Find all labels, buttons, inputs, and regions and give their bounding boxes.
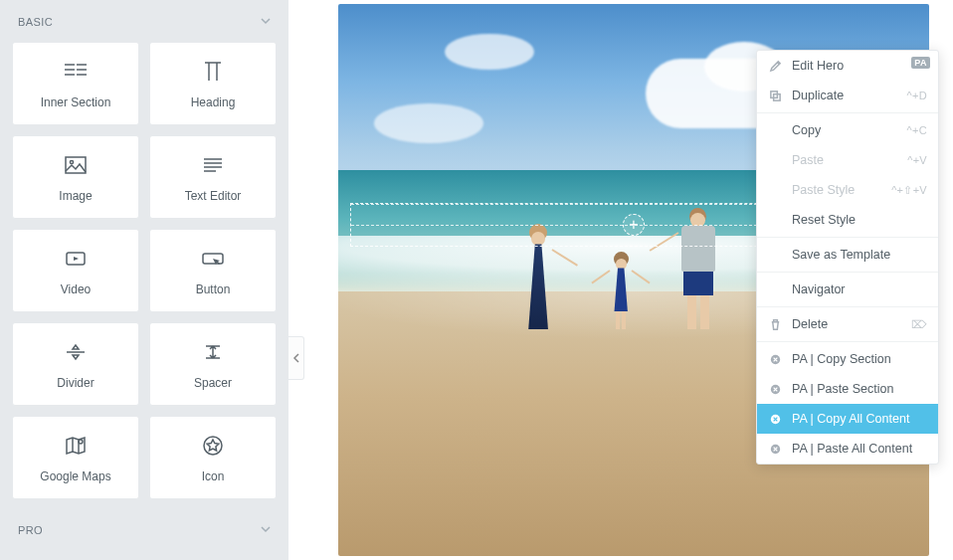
- ctx-save-as-template[interactable]: Save as Template: [757, 240, 938, 270]
- svg-point-1: [70, 160, 73, 163]
- google-maps-icon: [62, 432, 90, 460]
- pa-icon: [768, 413, 782, 426]
- pa-icon: [768, 353, 782, 366]
- ctx-label: Edit Hero: [792, 59, 844, 73]
- basic-section-header[interactable]: BASIC: [10, 12, 279, 42]
- ctx-pa-paste-section[interactable]: PA | Paste Section: [757, 374, 938, 404]
- pa-icon: [768, 443, 782, 456]
- video-icon: [62, 245, 90, 273]
- widget-label: Icon: [202, 469, 225, 483]
- widget-spacer[interactable]: Spacer: [149, 322, 277, 406]
- chevron-down-icon: [261, 524, 271, 536]
- panel-collapse-handle[interactable]: [288, 336, 304, 380]
- inner-section-icon: [62, 58, 90, 86]
- button-icon: [199, 245, 227, 273]
- widget-label: Image: [59, 189, 92, 203]
- ctx-pa-copy-section[interactable]: PA | Copy Section: [757, 344, 938, 374]
- elements-panel: BASIC Inner Section Heading: [0, 0, 288, 560]
- ctx-shortcut: ^+⇧+V: [891, 184, 927, 197]
- ctx-shortcut: ^+V: [907, 154, 927, 166]
- ctx-label: Navigator: [792, 282, 846, 296]
- ctx-label: PA | Paste Section: [792, 382, 893, 396]
- widget-inner-section[interactable]: Inner Section: [12, 42, 139, 125]
- ctx-pa-paste-all-content[interactable]: PA | Paste All Content: [757, 434, 938, 464]
- image-icon: [62, 151, 90, 179]
- ctx-navigator[interactable]: Navigator: [757, 275, 938, 304]
- ctx-label: Save as Template: [792, 248, 890, 262]
- pro-section: PRO: [0, 520, 288, 560]
- widget-icon[interactable]: Icon: [149, 416, 277, 499]
- ctx-label: Paste Style: [792, 183, 855, 197]
- figure-child: [613, 259, 629, 329]
- context-menu: Edit Hero PA Duplicate ^+D Copy ^+C Past…: [756, 50, 939, 465]
- svg-point-4: [79, 440, 83, 444]
- ctx-edit-hero[interactable]: Edit Hero PA: [757, 51, 938, 81]
- basic-section: BASIC Inner Section Heading: [0, 0, 288, 509]
- ctx-label: Paste: [792, 153, 824, 167]
- ctx-label: PA | Copy Section: [792, 352, 891, 366]
- widget-label: Text Editor: [185, 189, 242, 203]
- ctx-paste-style: Paste Style ^+⇧+V: [757, 175, 938, 205]
- widget-label: Spacer: [194, 376, 232, 390]
- widget-label: Video: [61, 282, 91, 296]
- add-element-handle[interactable]: +: [623, 214, 645, 236]
- pro-section-title: PRO: [18, 524, 43, 536]
- ctx-label: Duplicate: [792, 89, 844, 102]
- ctx-paste: Paste ^+V: [757, 145, 938, 175]
- pro-section-header[interactable]: PRO: [10, 520, 279, 550]
- ctx-shortcut: ^+D: [907, 90, 927, 101]
- ctx-label: Delete: [792, 317, 828, 331]
- widget-label: Heading: [191, 95, 236, 109]
- icon-icon: [199, 432, 227, 460]
- ctx-delete[interactable]: Delete ⌦: [757, 309, 938, 339]
- widget-divider[interactable]: Divider: [12, 322, 139, 406]
- widget-image[interactable]: Image: [12, 135, 139, 219]
- widget-heading[interactable]: Heading: [149, 42, 277, 125]
- widget-label: Button: [196, 282, 231, 296]
- ctx-shortcut: ⌦: [911, 318, 927, 331]
- widget-button[interactable]: Button: [149, 229, 277, 312]
- trash-icon: [768, 318, 782, 331]
- chevron-down-icon: [261, 16, 271, 28]
- ctx-label: PA | Paste All Content: [792, 442, 912, 456]
- widget-label: Inner Section: [41, 95, 111, 109]
- ctx-pa-copy-all-content[interactable]: PA | Copy All Content: [757, 404, 938, 434]
- heading-icon: [199, 58, 227, 86]
- widget-label: Divider: [57, 376, 94, 390]
- ctx-label: Reset Style: [792, 213, 856, 227]
- svg-rect-0: [66, 157, 86, 173]
- ctx-label: Copy: [792, 123, 821, 137]
- widget-video[interactable]: Video: [12, 229, 139, 312]
- pencil-icon: [768, 60, 782, 73]
- copy-icon: [768, 90, 782, 102]
- ctx-copy[interactable]: Copy ^+C: [757, 115, 938, 145]
- ctx-shortcut: ^+C: [907, 124, 927, 136]
- widget-text-editor[interactable]: Text Editor: [149, 135, 277, 219]
- basic-section-title: BASIC: [18, 16, 53, 28]
- spacer-icon: [199, 338, 227, 366]
- text-editor-icon: [199, 151, 227, 179]
- widget-google-maps[interactable]: Google Maps: [12, 416, 139, 499]
- ctx-label: PA | Copy All Content: [792, 412, 909, 426]
- divider-icon: [62, 338, 90, 366]
- pa-icon: [768, 383, 782, 396]
- ctx-reset-style[interactable]: Reset Style: [757, 205, 938, 235]
- ctx-duplicate[interactable]: Duplicate ^+D: [757, 81, 938, 110]
- pa-badge: PA: [911, 57, 930, 69]
- widget-label: Google Maps: [40, 469, 110, 483]
- basic-widgets-grid: Inner Section Heading Image Text Editor: [10, 42, 279, 499]
